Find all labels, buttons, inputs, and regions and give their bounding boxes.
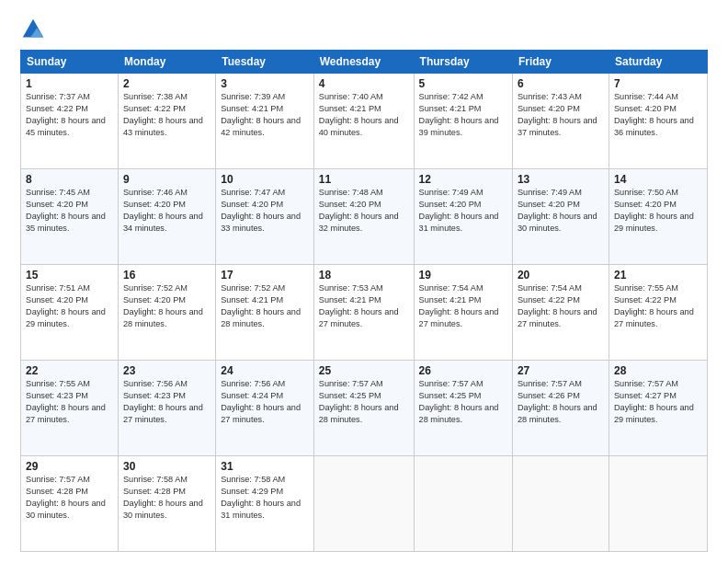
calendar-cell: 4 Sunrise: 7:40 AM Sunset: 4:21 PM Dayli… <box>313 74 414 169</box>
day-info: Sunrise: 7:49 AM Sunset: 4:20 PM Dayligh… <box>518 187 604 235</box>
calendar-cell: 11 Sunrise: 7:48 AM Sunset: 4:20 PM Dayl… <box>313 169 414 265</box>
day-info: Sunrise: 7:46 AM Sunset: 4:20 PM Dayligh… <box>123 187 210 235</box>
weekday-header-monday: Monday <box>118 51 215 74</box>
day-number: 10 <box>221 173 309 186</box>
day-number: 3 <box>221 77 309 90</box>
day-info: Sunrise: 7:49 AM Sunset: 4:20 PM Dayligh… <box>419 187 507 235</box>
calendar-cell: 27 Sunrise: 7:57 AM Sunset: 4:26 PM Dayl… <box>512 361 609 456</box>
weekday-header-row: SundayMondayTuesdayWednesdayThursdayFrid… <box>21 51 708 74</box>
day-info: Sunrise: 7:48 AM Sunset: 4:20 PM Dayligh… <box>319 187 409 235</box>
calendar-cell <box>609 456 707 552</box>
calendar-cell: 1 Sunrise: 7:37 AM Sunset: 4:22 PM Dayli… <box>21 74 119 169</box>
day-number: 7 <box>614 77 702 90</box>
calendar-cell: 28 Sunrise: 7:57 AM Sunset: 4:27 PM Dayl… <box>609 361 707 456</box>
day-info: Sunrise: 7:54 AM Sunset: 4:21 PM Dayligh… <box>419 282 507 330</box>
calendar-week-row: 15 Sunrise: 7:51 AM Sunset: 4:20 PM Dayl… <box>21 265 708 361</box>
day-number: 15 <box>26 269 113 282</box>
calendar-cell: 21 Sunrise: 7:55 AM Sunset: 4:22 PM Dayl… <box>609 265 707 361</box>
day-number: 13 <box>518 173 604 186</box>
day-info: Sunrise: 7:37 AM Sunset: 4:22 PM Dayligh… <box>26 91 113 139</box>
day-number: 28 <box>614 364 702 377</box>
day-info: Sunrise: 7:54 AM Sunset: 4:22 PM Dayligh… <box>518 282 604 330</box>
calendar-cell: 24 Sunrise: 7:56 AM Sunset: 4:24 PM Dayl… <box>216 361 314 456</box>
calendar-cell: 18 Sunrise: 7:53 AM Sunset: 4:21 PM Dayl… <box>313 265 414 361</box>
calendar-cell: 20 Sunrise: 7:54 AM Sunset: 4:22 PM Dayl… <box>512 265 609 361</box>
day-number: 31 <box>221 460 309 473</box>
day-number: 19 <box>419 269 507 282</box>
weekday-header-friday: Friday <box>512 51 609 74</box>
calendar-cell: 6 Sunrise: 7:43 AM Sunset: 4:20 PM Dayli… <box>512 74 609 169</box>
day-info: Sunrise: 7:55 AM Sunset: 4:22 PM Dayligh… <box>614 282 702 330</box>
day-number: 9 <box>123 173 210 186</box>
day-info: Sunrise: 7:39 AM Sunset: 4:21 PM Dayligh… <box>221 91 309 139</box>
calendar-cell: 29 Sunrise: 7:57 AM Sunset: 4:28 PM Dayl… <box>21 456 119 552</box>
calendar-cell: 2 Sunrise: 7:38 AM Sunset: 4:22 PM Dayli… <box>118 74 215 169</box>
day-info: Sunrise: 7:45 AM Sunset: 4:20 PM Dayligh… <box>26 187 113 235</box>
day-info: Sunrise: 7:58 AM Sunset: 4:29 PM Dayligh… <box>221 474 309 522</box>
day-number: 21 <box>614 269 702 282</box>
calendar-cell: 3 Sunrise: 7:39 AM Sunset: 4:21 PM Dayli… <box>216 74 314 169</box>
logo-icon <box>20 17 46 42</box>
calendar-cell: 9 Sunrise: 7:46 AM Sunset: 4:20 PM Dayli… <box>118 169 215 265</box>
calendar-cell <box>512 456 609 552</box>
weekday-header-wednesday: Wednesday <box>313 51 414 74</box>
day-info: Sunrise: 7:58 AM Sunset: 4:28 PM Dayligh… <box>123 474 210 522</box>
calendar-cell: 5 Sunrise: 7:42 AM Sunset: 4:21 PM Dayli… <box>414 74 512 169</box>
calendar-cell: 15 Sunrise: 7:51 AM Sunset: 4:20 PM Dayl… <box>21 265 119 361</box>
calendar-cell: 10 Sunrise: 7:47 AM Sunset: 4:20 PM Dayl… <box>216 169 314 265</box>
day-number: 24 <box>221 364 309 377</box>
day-number: 2 <box>123 77 210 90</box>
day-info: Sunrise: 7:52 AM Sunset: 4:21 PM Dayligh… <box>221 282 309 330</box>
weekday-header-sunday: Sunday <box>21 51 119 74</box>
calendar-cell: 26 Sunrise: 7:57 AM Sunset: 4:25 PM Dayl… <box>414 361 512 456</box>
day-info: Sunrise: 7:53 AM Sunset: 4:21 PM Dayligh… <box>319 282 409 330</box>
calendar-cell: 8 Sunrise: 7:45 AM Sunset: 4:20 PM Dayli… <box>21 169 119 265</box>
calendar-cell: 19 Sunrise: 7:54 AM Sunset: 4:21 PM Dayl… <box>414 265 512 361</box>
calendar-cell <box>414 456 512 552</box>
day-number: 12 <box>419 173 507 186</box>
weekday-header-tuesday: Tuesday <box>216 51 314 74</box>
day-number: 30 <box>123 460 210 473</box>
day-info: Sunrise: 7:42 AM Sunset: 4:21 PM Dayligh… <box>419 91 507 139</box>
calendar-week-row: 22 Sunrise: 7:55 AM Sunset: 4:23 PM Dayl… <box>21 361 708 456</box>
day-number: 26 <box>419 364 507 377</box>
day-info: Sunrise: 7:57 AM Sunset: 4:27 PM Dayligh… <box>614 378 702 426</box>
day-info: Sunrise: 7:55 AM Sunset: 4:23 PM Dayligh… <box>26 378 113 426</box>
calendar-cell: 23 Sunrise: 7:56 AM Sunset: 4:23 PM Dayl… <box>118 361 215 456</box>
day-number: 17 <box>221 269 309 282</box>
calendar-cell: 25 Sunrise: 7:57 AM Sunset: 4:25 PM Dayl… <box>313 361 414 456</box>
day-number: 18 <box>319 269 409 282</box>
day-number: 4 <box>319 77 409 90</box>
day-info: Sunrise: 7:47 AM Sunset: 4:20 PM Dayligh… <box>221 187 309 235</box>
weekday-header-saturday: Saturday <box>609 51 707 74</box>
calendar-cell: 13 Sunrise: 7:49 AM Sunset: 4:20 PM Dayl… <box>512 169 609 265</box>
day-info: Sunrise: 7:57 AM Sunset: 4:25 PM Dayligh… <box>419 378 507 426</box>
header <box>20 17 708 42</box>
weekday-header-thursday: Thursday <box>414 51 512 74</box>
page: SundayMondayTuesdayWednesdayThursdayFrid… <box>0 0 728 563</box>
day-info: Sunrise: 7:52 AM Sunset: 4:20 PM Dayligh… <box>123 282 210 330</box>
day-info: Sunrise: 7:44 AM Sunset: 4:20 PM Dayligh… <box>614 91 702 139</box>
day-number: 16 <box>123 269 210 282</box>
calendar-cell: 12 Sunrise: 7:49 AM Sunset: 4:20 PM Dayl… <box>414 169 512 265</box>
calendar-cell <box>313 456 414 552</box>
day-number: 14 <box>614 173 702 186</box>
calendar-week-row: 1 Sunrise: 7:37 AM Sunset: 4:22 PM Dayli… <box>21 74 708 169</box>
day-number: 27 <box>518 364 604 377</box>
day-info: Sunrise: 7:56 AM Sunset: 4:23 PM Dayligh… <box>123 378 210 426</box>
calendar-cell: 14 Sunrise: 7:50 AM Sunset: 4:20 PM Dayl… <box>609 169 707 265</box>
day-info: Sunrise: 7:56 AM Sunset: 4:24 PM Dayligh… <box>221 378 309 426</box>
day-info: Sunrise: 7:57 AM Sunset: 4:28 PM Dayligh… <box>26 474 113 522</box>
day-number: 23 <box>123 364 210 377</box>
day-info: Sunrise: 7:57 AM Sunset: 4:25 PM Dayligh… <box>319 378 409 426</box>
day-number: 11 <box>319 173 409 186</box>
day-number: 25 <box>319 364 409 377</box>
day-number: 22 <box>26 364 113 377</box>
calendar-cell: 7 Sunrise: 7:44 AM Sunset: 4:20 PM Dayli… <box>609 74 707 169</box>
day-info: Sunrise: 7:43 AM Sunset: 4:20 PM Dayligh… <box>518 91 604 139</box>
day-info: Sunrise: 7:40 AM Sunset: 4:21 PM Dayligh… <box>319 91 409 139</box>
calendar-cell: 16 Sunrise: 7:52 AM Sunset: 4:20 PM Dayl… <box>118 265 215 361</box>
calendar-cell: 22 Sunrise: 7:55 AM Sunset: 4:23 PM Dayl… <box>21 361 119 456</box>
day-number: 6 <box>518 77 604 90</box>
calendar-cell: 31 Sunrise: 7:58 AM Sunset: 4:29 PM Dayl… <box>216 456 314 552</box>
